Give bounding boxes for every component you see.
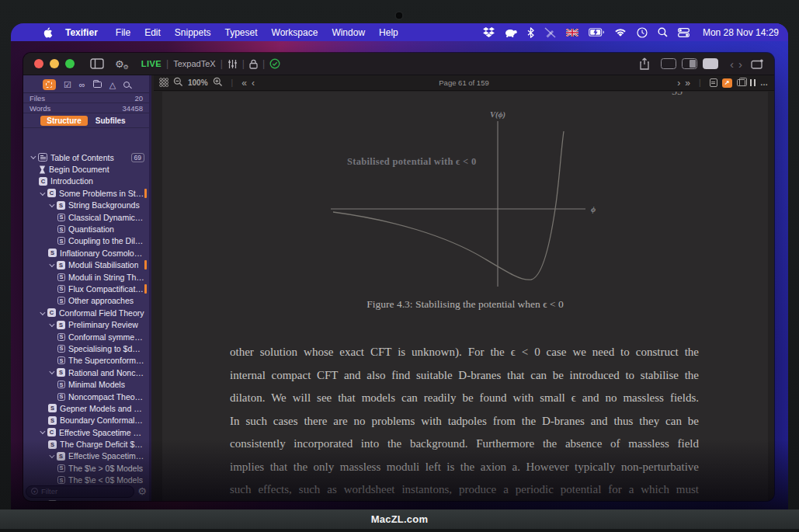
more-options-button[interactable]: …: [760, 78, 769, 87]
tree-item[interactable]: SEffective Spacetime Ph...: [23, 450, 149, 462]
tree-item[interactable]: SFlux Compactificatio...: [23, 283, 149, 294]
tree-item[interactable]: SModuli Stabilisation: [23, 259, 149, 271]
clock-icon[interactable]: [637, 27, 648, 38]
tree-item[interactable]: CSome Problems in String...: [23, 187, 149, 199]
next-page-button[interactable]: ›: [677, 78, 680, 88]
tree-item[interactable]: SInflationary Cosmology ...: [23, 247, 149, 259]
tree-item[interactable]: SString Backgrounds: [23, 200, 149, 211]
chevron-down-icon[interactable]: [48, 323, 57, 327]
files-folder-icon[interactable]: [93, 82, 102, 88]
chevron-down-icon[interactable]: [39, 430, 47, 434]
tree-item[interactable]: SPreliminary Review: [23, 318, 149, 330]
split-view-button[interactable]: [682, 58, 697, 69]
sidebar-tabs: StructureSubfiles: [23, 113, 149, 128]
live-sync-icon[interactable]: ∞: [79, 80, 85, 89]
menubar-clock[interactable]: Mon 28 Nov 14:29: [703, 27, 779, 38]
tree-item[interactable]: CEffective Spacetime Physi...: [23, 426, 149, 438]
history-forward-button[interactable]: ›: [736, 58, 745, 70]
typeset-success-icon[interactable]: [269, 58, 280, 69]
subsection-icon: S: [57, 237, 65, 245]
tree-item[interactable]: SThe Superconformal ...: [23, 355, 149, 367]
pdf-only-view-button[interactable]: [703, 58, 718, 69]
typeset-options-icon[interactable]: [228, 59, 238, 69]
tree-item[interactable]: CIntroduction: [23, 176, 149, 187]
tree-item-label: Gepner Models and Exa...: [60, 404, 144, 413]
pause-typeset-button[interactable]: [750, 79, 756, 86]
tree-item[interactable]: Table of Contents69: [23, 151, 149, 163]
warnings-icon[interactable]: △: [109, 80, 116, 90]
page-layout-icon[interactable]: [737, 79, 745, 86]
sidebar-settings-gear-icon[interactable]: ⚙: [137, 486, 147, 496]
turtle-app-icon[interactable]: [505, 28, 517, 37]
chevron-down-icon[interactable]: [39, 311, 47, 315]
tree-item[interactable]: SCoupling to the Dilato...: [23, 235, 149, 247]
sidebar-tab-subfiles[interactable]: Subfiles: [89, 116, 132, 126]
menu-item[interactable]: Help: [372, 27, 405, 38]
filter-input[interactable]: ▾ Filter: [26, 485, 134, 498]
sidebar-tab-structure[interactable]: Structure: [40, 116, 87, 126]
apple-menu[interactable]: [43, 27, 53, 38]
sidebar-toggle-button[interactable]: [90, 58, 104, 69]
editor-only-view-button[interactable]: [661, 58, 676, 69]
tree-item-label: Effective Spacetime Physi...: [59, 428, 144, 437]
dropbox-icon[interactable]: [483, 27, 495, 37]
tree-item[interactable]: SSpecialising to $d=2...: [23, 342, 149, 354]
tree-item[interactable]: SOther approaches: [23, 295, 149, 307]
engine-selector[interactable]: TexpadTeX: [173, 59, 215, 68]
body-text-line: dilaton. We will see that models can rea…: [230, 387, 699, 410]
tree-item[interactable]: SConformal symmetry ...: [23, 331, 149, 342]
chevron-down-icon[interactable]: [48, 454, 57, 458]
chevron-down-icon[interactable]: [39, 192, 47, 196]
minimize-window-button[interactable]: [50, 59, 59, 68]
tree-item[interactable]: SNoncompact Theories: [23, 391, 149, 402]
menu-item[interactable]: Edit: [137, 27, 168, 38]
chevron-down-icon[interactable]: [48, 263, 57, 267]
menu-item[interactable]: Typeset: [218, 27, 265, 38]
search-icon[interactable]: [658, 27, 668, 37]
menubar-app-name[interactable]: Texifier: [59, 27, 104, 38]
modified-marker: [144, 284, 148, 294]
lock-icon[interactable]: [249, 59, 258, 69]
body-text-line: implies that the only massless moduli le…: [230, 456, 699, 479]
tree-item[interactable]: SBoundary Conformal Fi...: [23, 415, 149, 426]
chevron-down-icon[interactable]: [48, 370, 57, 374]
tree-item[interactable]: Begin Document: [23, 163, 149, 175]
tree-item[interactable]: SClassical Dynamics o...: [23, 211, 149, 223]
typeset-settings-button[interactable]: ⚙⚙: [115, 59, 124, 69]
share-button[interactable]: [639, 57, 650, 70]
tree-item[interactable]: CConformal Field Theory: [23, 307, 149, 318]
close-window-button[interactable]: [34, 59, 43, 68]
tree-item[interactable]: SMinimal Models: [23, 378, 149, 390]
structure-view-icon[interactable]: [43, 79, 56, 90]
tree-item[interactable]: SRational and Noncompa...: [23, 367, 149, 378]
menu-item[interactable]: File: [109, 27, 137, 38]
tree-item-label: Coupling to the Dilato...: [68, 236, 144, 245]
jump-to-source-button[interactable]: ↗: [722, 78, 732, 88]
pdf-content-area[interactable]: 55 V(ϕ) ϕ Stabilised potential with ϵ < …: [154, 92, 774, 501]
sidebar-search-icon[interactable]: [123, 82, 130, 88]
live-mode-indicator[interactable]: LIVE: [141, 59, 162, 68]
todo-icon[interactable]: ☑: [64, 80, 71, 90]
tree-item[interactable]: SQuantisation: [23, 223, 149, 235]
subsection-icon: S: [57, 225, 65, 233]
detach-window-button[interactable]: [751, 59, 763, 69]
tree-item[interactable]: SGepner Models and Exa...: [23, 402, 149, 414]
bluetooth-icon[interactable]: [527, 27, 534, 38]
control-center-icon[interactable]: [678, 28, 690, 37]
wifi-icon[interactable]: [614, 28, 627, 37]
chevron-down-icon[interactable]: [30, 155, 38, 159]
chevron-down-icon[interactable]: [48, 203, 57, 207]
menu-item[interactable]: Workspace: [265, 27, 325, 38]
tree-item[interactable]: SThe Charge Deficit $\e$: [23, 438, 149, 450]
annotations-icon[interactable]: [710, 78, 717, 87]
fullscreen-window-button[interactable]: [65, 59, 75, 68]
tree-item[interactable]: SThe $\e > 0$ Models: [23, 462, 149, 474]
uk-flag-input-icon[interactable]: [566, 29, 578, 37]
battery-charging-icon[interactable]: [589, 28, 604, 37]
stylus-disconnected-icon[interactable]: [544, 27, 556, 38]
tree-item[interactable]: SModuli in String Theory: [23, 271, 149, 283]
menu-item[interactable]: Window: [325, 27, 372, 38]
last-page-button[interactable]: »: [685, 78, 690, 88]
history-back-button[interactable]: ‹: [728, 58, 736, 70]
menu-item[interactable]: Snippets: [168, 27, 218, 38]
